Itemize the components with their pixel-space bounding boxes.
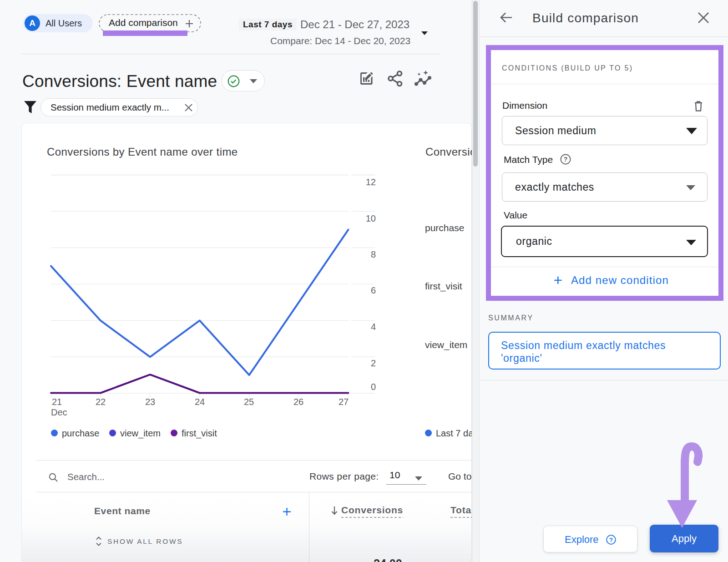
svg-text:21: 21 xyxy=(52,397,62,407)
svg-text:25: 25 xyxy=(244,397,254,407)
svg-text:27: 27 xyxy=(339,397,349,407)
svg-text:4: 4 xyxy=(371,322,376,332)
svg-text:?: ? xyxy=(564,156,568,163)
svg-text:Dec: Dec xyxy=(51,407,67,417)
svg-text:?: ? xyxy=(609,536,613,543)
svg-text:6: 6 xyxy=(371,285,376,295)
svg-text:10: 10 xyxy=(366,213,376,223)
svg-text:22: 22 xyxy=(96,397,106,407)
svg-text:12: 12 xyxy=(366,177,376,187)
svg-text:8: 8 xyxy=(371,249,376,259)
svg-text:2: 2 xyxy=(371,358,376,368)
svg-text:0: 0 xyxy=(371,382,376,392)
svg-text:24: 24 xyxy=(195,397,205,407)
svg-text:23: 23 xyxy=(145,397,155,407)
svg-text:26: 26 xyxy=(293,397,303,407)
